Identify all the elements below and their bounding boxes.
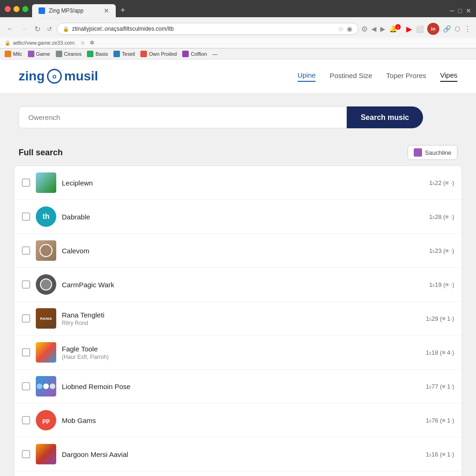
bookmark-coffion[interactable]: Coffion xyxy=(182,51,207,57)
table-row: Fagle Toole (Haur Esft, Parroh) 1₅18 (≡ … xyxy=(14,336,462,370)
result-checkbox-4[interactable] xyxy=(22,280,30,289)
search-button[interactable]: Search music xyxy=(347,106,423,128)
tab-favicon xyxy=(39,7,45,14)
search-input[interactable] xyxy=(19,106,347,128)
table-row: CarmPagic Wark 1₅19 (≡ ·) xyxy=(14,268,462,302)
bookmark-teseil-label: Teseil xyxy=(122,51,135,57)
result-meta-9: 1₅16 (≡ 1·) xyxy=(426,451,454,458)
result-checkbox-7[interactable] xyxy=(22,382,30,390)
table-row: Calevom 1₅23 (≡ ·) xyxy=(14,234,462,268)
logo-icon: o xyxy=(47,69,62,84)
thumb-image-7 xyxy=(36,376,56,397)
result-title-1: Leciplewn xyxy=(62,179,423,187)
bookmark-ciranos[interactable]: Ciranos xyxy=(56,51,82,57)
results-header: Full search Sauchline xyxy=(14,138,462,165)
result-thumb-2: th xyxy=(36,206,56,227)
bookmark-teseil[interactable]: Teseil xyxy=(113,51,135,57)
bookmark-game[interactable]: Game xyxy=(28,51,50,57)
sauchline-icon xyxy=(414,148,422,157)
extension-icon[interactable]: ⬡ xyxy=(455,25,460,33)
search-bar-row: Search music xyxy=(19,106,423,128)
tab-label: Zing MP3/app xyxy=(49,7,84,14)
result-meta-7: 1₅77 (≡ 1·) xyxy=(426,383,454,390)
result-thumb-7 xyxy=(36,376,56,397)
logo: zing o musil xyxy=(19,69,98,84)
result-checkbox-6[interactable] xyxy=(22,348,30,357)
bookmark-coffion-icon xyxy=(182,51,189,57)
result-thumb-1 xyxy=(36,172,56,193)
bookmark-ciranos-icon xyxy=(56,51,62,57)
app-nav: Upine Postined Size Toper Prores Vipes xyxy=(298,71,457,82)
result-title-6: Fagle Toole xyxy=(62,345,420,353)
traffic-light-green[interactable] xyxy=(22,6,28,12)
result-subtitle-6: (Haur Esft, Parroh) xyxy=(62,354,420,360)
bookmark-basis[interactable]: Basis xyxy=(87,51,108,57)
forward-button[interactable]: → xyxy=(19,24,30,34)
extensions-icon[interactable]: ⚙ xyxy=(361,25,368,33)
result-checkbox-8[interactable] xyxy=(22,416,30,424)
browser-extension-icon[interactable]: ◉ xyxy=(347,25,352,33)
square-icon[interactable]: ⬜ xyxy=(416,25,423,33)
back-button[interactable]: ← xyxy=(5,24,16,34)
thumb-image-1 xyxy=(36,172,56,193)
new-tab-button[interactable]: + xyxy=(116,4,130,17)
browser-tab[interactable]: Zing MP3/app ✕ xyxy=(32,4,116,17)
results-title: Full search xyxy=(19,148,63,158)
ad-bookmark-icon[interactable]: ☆ xyxy=(80,40,85,46)
nav-postined-size[interactable]: Postined Size xyxy=(330,72,372,81)
nav-vipes[interactable]: Vipes xyxy=(440,71,457,82)
bookmark-coffion-label: Coffion xyxy=(191,51,207,57)
result-thumb-6 xyxy=(36,342,56,363)
profile-button[interactable]: in xyxy=(427,23,439,35)
bookmark-basis-icon xyxy=(87,51,93,57)
result-title-4: CarmPagic Wark xyxy=(62,281,423,289)
result-info-4: CarmPagic Wark xyxy=(62,281,423,289)
result-info-6: Fagle Toole (Haur Esft, Parroh) xyxy=(62,345,420,360)
thumb-image-3 xyxy=(36,240,56,261)
forward-arrow-icon[interactable]: ▶ xyxy=(380,25,385,33)
sauchline-button[interactable]: Sauchline xyxy=(408,145,457,160)
result-checkbox-2[interactable] xyxy=(22,212,30,221)
ad-puzzle-icon[interactable]: ✲ xyxy=(90,40,94,46)
bookmark-milc-icon xyxy=(5,51,11,57)
reload-button[interactable]: ↻ xyxy=(33,24,42,34)
table-row: Leciplewn 1₅22 (≡ ·) xyxy=(14,166,462,200)
result-thumb-9 xyxy=(36,444,56,464)
window-close-button[interactable]: ✕ xyxy=(466,7,471,14)
traffic-light-yellow[interactable] xyxy=(13,6,20,12)
result-info-8: Mob Gams xyxy=(62,416,420,424)
back-arrow-icon[interactable]: ◀ xyxy=(371,25,377,33)
bookmark-star-icon[interactable]: ☆ xyxy=(338,25,344,33)
nav-upine[interactable]: Upine xyxy=(298,71,316,82)
logo-text-2: musil xyxy=(64,69,98,84)
youtube-icon[interactable]: ▶ xyxy=(406,25,412,33)
result-info-7: Liobned Remoin Pose xyxy=(62,383,420,390)
menu-dots-icon[interactable]: ⋮ xyxy=(464,25,471,33)
result-checkbox-1[interactable] xyxy=(22,178,30,187)
bookmark-own-proiled[interactable]: Own Proiled xyxy=(140,51,177,57)
reload2-button[interactable]: ↺ xyxy=(45,25,54,33)
maximize-button[interactable]: □ xyxy=(458,7,462,14)
result-checkbox-5[interactable] xyxy=(22,314,30,323)
browser-toolbar: ← → ↻ ↺ 🔒 ztinallyjsicel:.onaçsalfiltscu… xyxy=(0,20,476,38)
results-list: Leciplewn 1₅22 (≡ ·) th Dabrable 1₅28 (≡… xyxy=(14,165,462,476)
bookmark-own-proiled-label: Own Proiled xyxy=(149,51,177,57)
result-checkbox-3[interactable] xyxy=(22,246,30,255)
tab-close-button[interactable]: ✕ xyxy=(104,7,109,14)
thumb-image-9 xyxy=(36,444,56,464)
bookmark-own-proiled-icon xyxy=(140,51,147,57)
minimize-button[interactable]: ─ xyxy=(450,7,455,14)
result-checkbox-9[interactable] xyxy=(22,450,30,458)
result-title-8: Mob Gams xyxy=(62,416,420,424)
bookmarks-overflow: — xyxy=(212,51,218,57)
url-bar[interactable]: 🔒 ztinallyjsicel:.onaçsalfiltsculmides.c… xyxy=(57,23,358,35)
result-meta-5: 1₅29 (≡ 1·) xyxy=(426,315,454,322)
result-info-2: Dabrable xyxy=(62,213,423,221)
notification-icon[interactable]: 🔔1 xyxy=(389,25,403,33)
bookmark-ciranos-label: Ciranos xyxy=(64,51,82,57)
result-meta-6: 1₅18 (≡ 4·) xyxy=(426,349,454,356)
link-icon[interactable]: 🔗 xyxy=(443,25,451,33)
bookmark-milc[interactable]: Milc xyxy=(5,51,22,57)
nav-toper-prores[interactable]: Toper Prores xyxy=(386,72,426,81)
traffic-light-red[interactable] xyxy=(5,6,11,12)
